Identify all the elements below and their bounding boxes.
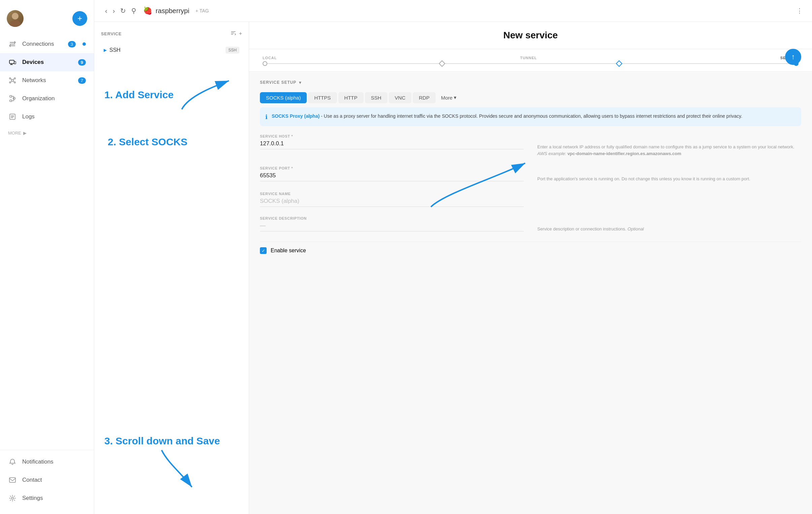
sidebar-item-label-contact: Contact — [22, 477, 86, 483]
svg-rect-14 — [13, 97, 15, 99]
info-text: SOCKS Proxy (alpha) - Use as a proxy ser… — [272, 113, 742, 121]
info-title: SOCKS Proxy (alpha) — [272, 113, 319, 119]
progress-dots — [263, 61, 799, 66]
device-name-section: 🍓 raspberrypi + TAG — [143, 6, 209, 15]
svg-line-12 — [13, 81, 14, 82]
back-button[interactable]: ‹ — [104, 6, 109, 16]
service-name-label: SERVICE NAME — [260, 192, 524, 196]
svg-point-5 — [9, 78, 11, 79]
arrow-step1 — [162, 76, 236, 116]
service-setup-label: SERVICE SETUP — [260, 80, 296, 85]
enable-service-checkbox[interactable]: ✓ — [260, 247, 267, 254]
sidebar-item-settings[interactable]: Settings — [0, 489, 94, 507]
step2-text: 2. Select SOCKS — [108, 136, 187, 147]
tab-vnc[interactable]: VNC — [389, 92, 412, 103]
plus-icon: + — [195, 8, 198, 13]
tab-socks[interactable]: SOCKS (alpha) — [260, 92, 307, 103]
sidebar-item-devices[interactable]: Devices 9 — [0, 53, 94, 71]
info-box: ℹ SOCKS Proxy (alpha) - Use as a proxy s… — [260, 107, 801, 126]
tab-rdp[interactable]: RDP — [413, 92, 436, 103]
more-protocols-chevron: ▾ — [454, 94, 457, 100]
progress-labels: LOCAL TUNNEL SERVICE — [263, 56, 799, 60]
add-button[interactable]: + — [72, 11, 87, 26]
svg-point-6 — [14, 78, 16, 79]
more-label: MORE — [8, 130, 21, 135]
setup-chevron-icon[interactable]: ▾ — [299, 80, 301, 85]
upload-button[interactable]: ↑ — [785, 49, 801, 65]
device-panel: SERVICE + ▶ SSH SSH 1. Ad — [94, 22, 249, 514]
devices-badge: 9 — [78, 59, 86, 66]
content-area: SERVICE + ▶ SSH SSH 1. Ad — [94, 22, 812, 514]
svg-point-0 — [12, 13, 19, 20]
local-label: LOCAL — [263, 56, 277, 60]
sidebar-item-networks[interactable]: Networks 7 — [0, 71, 94, 89]
refresh-button[interactable]: ↻ — [119, 5, 127, 16]
sidebar: + Connections 3 Devices 9 — [0, 0, 94, 514]
sidebar-item-notifications[interactable]: Notifications — [0, 453, 94, 471]
sidebar-top: + — [0, 7, 94, 35]
service-port-help: Port the application's service is runnin… — [537, 166, 801, 182]
svg-rect-13 — [10, 95, 12, 97]
svg-line-11 — [11, 81, 12, 82]
devices-icon — [8, 58, 17, 67]
new-service-header: New service — [249, 22, 812, 49]
sidebar-item-label-settings: Settings — [22, 495, 86, 502]
service-content: SERVICE SETUP ▾ SOCKS (alpha) HTTPS HTTP… — [249, 72, 812, 267]
avatar — [7, 10, 24, 27]
arrow-step3 — [148, 447, 215, 494]
sidebar-item-organization[interactable]: Organization — [0, 89, 94, 108]
forward-button[interactable]: › — [111, 6, 116, 16]
service-type-badge: SSH — [226, 47, 239, 54]
svg-point-7 — [9, 82, 11, 83]
service-description-row: SERVICE DESCRIPTION — Service descriptio… — [260, 216, 801, 233]
service-name-help — [537, 192, 801, 207]
tag-button[interactable]: + TAG — [195, 8, 209, 13]
service-host-value[interactable]: 127.0.0.1 — [260, 140, 524, 149]
tunnel-label: TUNNEL — [520, 56, 537, 60]
progress-dot-local — [263, 61, 267, 66]
service-description-label: SERVICE DESCRIPTION — [260, 216, 524, 220]
service-description-field: SERVICE DESCRIPTION — — [260, 216, 524, 233]
bell-icon — [8, 457, 17, 466]
service-arrow-icon: ▶ — [104, 48, 107, 53]
tab-http[interactable]: HTTP — [338, 92, 364, 103]
networks-badge: 7 — [78, 78, 86, 84]
new-service-panel: New service ↑ LOCAL TUNNEL SERVICE — [249, 22, 812, 514]
sidebar-item-label-devices: Devices — [22, 59, 73, 66]
more-protocols-button[interactable]: More ▾ — [437, 92, 461, 103]
sort-button[interactable] — [230, 30, 236, 37]
svg-rect-20 — [9, 478, 16, 482]
service-host-row: SERVICE HOST * 127.0.0.1 Enter a local n… — [260, 134, 801, 157]
sidebar-item-label-connections: Connections — [22, 41, 63, 48]
service-name-row: SERVICE NAME SOCKS (alpha) — [260, 192, 801, 207]
sidebar-bottom: Notifications Contact Settings — [0, 450, 94, 507]
settings-icon — [8, 494, 17, 503]
service-description-value[interactable]: — — [260, 222, 524, 232]
sidebar-item-logs[interactable]: Logs — [0, 108, 94, 126]
service-host-help: Enter a local network IP address or full… — [537, 134, 801, 157]
search-button[interactable]: ⚲ — [130, 5, 138, 16]
sidebar-item-label-logs: Logs — [22, 113, 86, 120]
service-port-value[interactable]: 65535 — [260, 172, 524, 181]
annotation-step2: 2. Select SOCKS — [108, 136, 187, 148]
device-title: raspberrypi — [155, 7, 189, 15]
info-icon: ℹ — [265, 113, 268, 121]
step1-text: 1. Add Service — [104, 89, 174, 100]
sidebar-item-connections[interactable]: Connections 3 — [0, 35, 94, 53]
progress-dot-service-left — [616, 60, 622, 67]
service-host-label: SERVICE HOST * — [260, 134, 524, 138]
tab-https[interactable]: HTTPS — [308, 92, 337, 103]
logs-icon — [8, 112, 17, 121]
list-item[interactable]: ▶ SSH SSH — [101, 43, 242, 58]
add-service-button[interactable]: + — [239, 30, 242, 37]
service-name-value[interactable]: SOCKS (alpha) — [260, 198, 524, 207]
more-section[interactable]: MORE ▶ — [0, 126, 94, 140]
sidebar-item-contact[interactable]: Contact — [0, 471, 94, 489]
service-section-header: SERVICE + — [101, 30, 242, 37]
svg-rect-2 — [9, 60, 14, 64]
more-options-icon[interactable]: ⋮ — [796, 7, 803, 14]
progress-dot-tunnel — [439, 60, 445, 67]
svg-line-10 — [13, 79, 14, 80]
tab-ssh[interactable]: SSH — [365, 92, 387, 103]
step3-text: 3. Scroll down and Save — [104, 435, 220, 446]
